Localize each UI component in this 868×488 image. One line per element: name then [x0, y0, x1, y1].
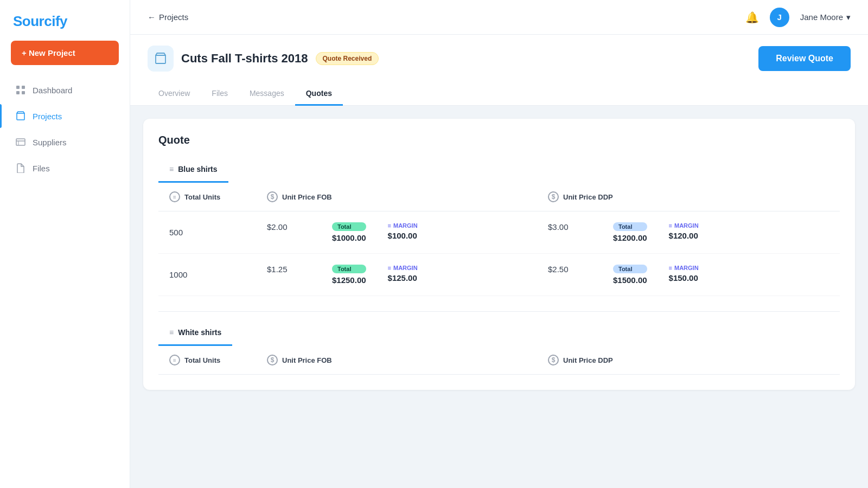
top-header: ← Projects 🔔 J Jane Moore ▾ [130, 0, 868, 35]
ddp-margin-label: ≡ MARGIN [669, 222, 699, 229]
tab-overview[interactable]: Overview [148, 82, 201, 106]
units-icon-white: ≡ [169, 355, 180, 365]
fob-total-amount: $1250.00 [332, 275, 366, 285]
white-shirts-section-tabs: ≡ White shirts [158, 323, 840, 346]
blue-shirts-section: ≡ Blue shirts ≡ Total Units $ Unit Price… [158, 159, 840, 296]
main-content: ← Projects 🔔 J Jane Moore ▾ Cut [130, 0, 868, 488]
row-fob-section: $1.25 Total $1250.00 ≡ MARGIN $125.00 [267, 265, 548, 285]
sidebar-item-projects[interactable]: Projects [7, 104, 123, 128]
fob-icon-white: $ [267, 355, 278, 365]
col-ddp-label-white: Unit Price DDP [563, 356, 613, 364]
row-units: 1000 [169, 270, 267, 279]
new-project-button[interactable]: + New Project [11, 41, 119, 65]
project-title-left: Cuts Fall T-shirts 2018 Quote Received [148, 46, 379, 72]
status-badge: Quote Received [316, 52, 379, 65]
row-fob-section: $2.00 Total $1000.00 ≡ MARGIN $100.00 [267, 222, 548, 242]
col-fob-label: Unit Price FOB [282, 193, 332, 201]
fob-icon: $ [267, 191, 278, 202]
table-row: 1000 $1.25 Total $1250.00 ≡ MARGIN [158, 254, 840, 296]
ddp-icon-white: $ [548, 355, 559, 365]
files-icon [15, 163, 26, 174]
ddp-margin-group: ≡ MARGIN $150.00 [669, 265, 699, 282]
margin-stack-icon2: ≡ [669, 222, 672, 229]
svg-rect-4 [16, 139, 25, 145]
project-icon [148, 46, 174, 72]
stack-icon: ≡ [169, 165, 174, 174]
col-total-units-label-white: Total Units [184, 356, 220, 364]
bell-icon[interactable]: 🔔 [745, 11, 759, 24]
back-button[interactable]: ← Projects [148, 12, 188, 22]
col-header-fob: $ Unit Price FOB [267, 191, 548, 202]
header-left: ← Projects [148, 12, 188, 22]
margin-stack-icon: ≡ [388, 222, 391, 229]
ddp-price: $3.00 [548, 222, 591, 232]
svg-rect-0 [16, 86, 20, 89]
tab-files[interactable]: Files [201, 82, 239, 106]
sidebar-item-label: Dashboard [33, 86, 72, 95]
quote-card: Quote ≡ Blue shirts ≡ Total Units [143, 119, 855, 390]
fob-margin-label: ≡ MARGIN [388, 265, 418, 271]
col-total-units-label: Total Units [184, 193, 220, 201]
sidebar-item-label: Projects [33, 112, 62, 121]
project-title-row: Cuts Fall T-shirts 2018 Quote Received R… [148, 46, 851, 72]
tab-messages[interactable]: Messages [239, 82, 295, 106]
back-label: Projects [159, 12, 188, 22]
logo-area: Sourcify [0, 0, 130, 41]
sidebar-item-suppliers[interactable]: Suppliers [7, 130, 123, 154]
page-content: Quote ≡ Blue shirts ≡ Total Units [130, 106, 868, 488]
stack-icon-white: ≡ [169, 328, 174, 337]
fob-margin-amount: $125.00 [388, 273, 418, 282]
fob-total-badge: Total [332, 265, 366, 273]
white-shirts-section: ≡ White shirts ≡ Total Units $ Unit Pric… [158, 311, 840, 375]
col-header-fob-white: $ Unit Price FOB [267, 355, 548, 365]
white-shirts-tab[interactable]: ≡ White shirts [158, 323, 232, 346]
ddp-total-amount: $1200.00 [613, 233, 647, 242]
sidebar-nav: Dashboard Projects Suppliers [0, 78, 130, 180]
user-name-display[interactable]: Jane Moore ▾ [800, 12, 851, 22]
table-row: 500 $2.00 Total $1000.00 ≡ MARGIN [158, 211, 840, 254]
margin-stack-icon4: ≡ [669, 265, 672, 271]
fob-total-amount: $1000.00 [332, 233, 366, 242]
ddp-price: $2.50 [548, 265, 591, 274]
fob-margin-group: ≡ MARGIN $125.00 [388, 265, 418, 282]
svg-rect-1 [22, 86, 25, 89]
white-shirts-table-header: ≡ Total Units $ Unit Price FOB $ Unit Pr… [158, 346, 840, 375]
header-right: 🔔 J Jane Moore ▾ [745, 8, 851, 27]
user-name-text: Jane Moore [800, 12, 843, 22]
ddp-margin-amount: $150.00 [669, 273, 699, 282]
fob-margin-label: ≡ MARGIN [388, 222, 418, 229]
blue-shirts-table-header: ≡ Total Units $ Unit Price FOB $ Unit Pr… [158, 183, 840, 211]
user-avatar: J [770, 8, 789, 27]
col-header-total-units-white: ≡ Total Units [169, 355, 267, 365]
project-name: Cuts Fall T-shirts 2018 [181, 52, 308, 66]
row-ddp-section: $2.50 Total $1500.00 ≡ MARGIN $150.00 [548, 265, 829, 285]
sidebar-item-label: Files [33, 164, 50, 173]
row-units: 500 [169, 228, 267, 237]
sidebar: Sourcify + New Project Dashboard Pr [0, 0, 130, 488]
ddp-margin-amount: $120.00 [669, 231, 699, 240]
review-quote-button[interactable]: Review Quote [758, 46, 851, 71]
col-header-ddp: $ Unit Price DDP [548, 191, 829, 202]
col-header-total-units: ≡ Total Units [169, 191, 267, 202]
blue-shirts-tab[interactable]: ≡ Blue shirts [158, 159, 228, 183]
blue-shirts-label: Blue shirts [178, 165, 217, 174]
svg-rect-2 [16, 91, 20, 94]
fob-total-group: Total $1250.00 [332, 265, 366, 285]
ddp-total-group: Total $1200.00 [613, 222, 647, 242]
sidebar-item-dashboard[interactable]: Dashboard [7, 78, 123, 102]
fob-total-group: Total $1000.00 [332, 222, 366, 242]
ddp-total-badge: Total [613, 222, 647, 231]
fob-margin-amount: $100.00 [388, 231, 418, 240]
fob-price: $1.25 [267, 265, 310, 274]
sidebar-item-files[interactable]: Files [7, 156, 123, 180]
suppliers-icon [15, 137, 26, 147]
app-logo: Sourcify [13, 13, 67, 29]
ddp-total-badge: Total [613, 265, 647, 273]
chevron-down-icon: ▾ [846, 12, 851, 22]
back-arrow-icon: ← [148, 12, 156, 22]
tab-quotes[interactable]: Quotes [295, 82, 343, 106]
col-ddp-label: Unit Price DDP [563, 193, 613, 201]
dashboard-icon [15, 85, 26, 95]
project-tabs: Overview Files Messages Quotes [148, 82, 851, 105]
section-tabs: ≡ Blue shirts [158, 159, 840, 183]
